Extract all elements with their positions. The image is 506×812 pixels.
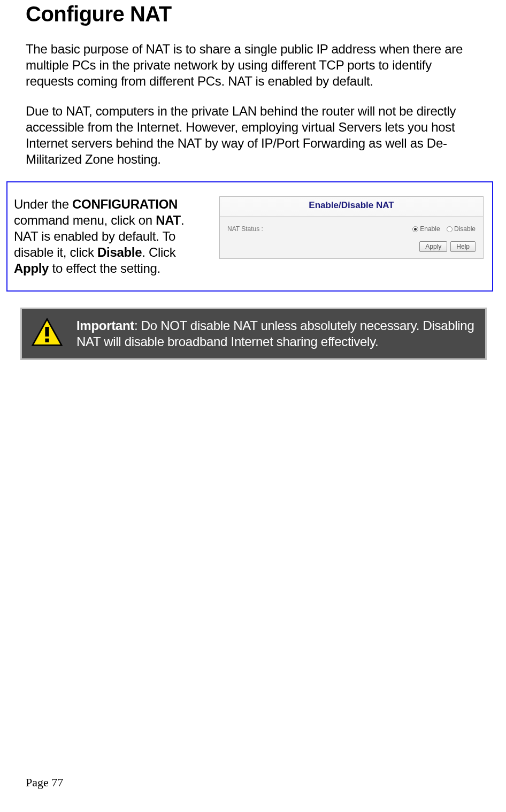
important-text: Important: Do NOT disable NAT unless abs…: [76, 318, 474, 350]
radio-icon: [447, 226, 453, 232]
nat-settings-panel: Enable/Disable NAT NAT Status : Enable D…: [219, 196, 484, 259]
text: . Click: [142, 245, 175, 259]
text-bold: CONFIGURATION: [72, 197, 178, 211]
text: to effect the setting.: [49, 261, 160, 275]
paragraph-2: Due to NAT, computers in the private LAN…: [26, 103, 480, 167]
radio-enable[interactable]: Enable: [412, 225, 440, 233]
help-button[interactable]: Help: [450, 241, 476, 252]
paragraph-1: The basic purpose of NAT is to share a s…: [26, 41, 480, 89]
text-bold: Apply: [14, 261, 49, 275]
text: Under the: [14, 197, 72, 211]
text-bold: Disable: [97, 245, 142, 259]
apply-button[interactable]: Apply: [419, 241, 447, 252]
radio-enable-label: Enable: [420, 225, 440, 233]
svg-rect-1: [45, 327, 49, 336]
important-body: : Do NOT disable NAT unless absolutely n…: [76, 318, 474, 349]
nat-status-label: NAT Status :: [227, 225, 263, 233]
instruction-text: Under the CONFIGURATION command menu, cl…: [14, 196, 206, 277]
nat-status-row: NAT Status : Enable Disable: [227, 222, 476, 239]
text-bold: NAT: [156, 213, 181, 227]
page-title: Configure NAT: [26, 0, 480, 26]
page-number: Page 77: [26, 776, 63, 790]
text: command menu, click on: [14, 213, 156, 227]
important-callout: Important: Do NOT disable NAT unless abs…: [20, 308, 487, 360]
important-label: Important: [76, 318, 134, 333]
svg-rect-2: [45, 339, 49, 342]
radio-disable[interactable]: Disable: [447, 225, 476, 233]
radio-icon: [412, 226, 418, 232]
warning-icon: [32, 318, 63, 347]
instruction-callout: Under the CONFIGURATION command menu, cl…: [6, 181, 493, 292]
radio-disable-label: Disable: [454, 225, 476, 233]
panel-title: Enable/Disable NAT: [220, 197, 483, 217]
